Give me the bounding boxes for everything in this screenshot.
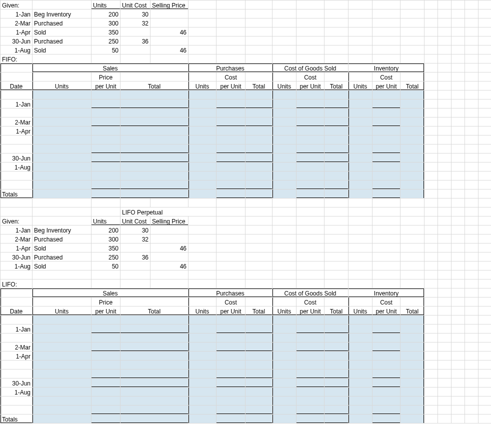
data-cell	[296, 154, 324, 162]
data-cell	[372, 352, 400, 360]
data-cell	[92, 342, 120, 352]
data-cell	[348, 324, 372, 334]
data-cell	[296, 100, 324, 108]
data-cell	[296, 396, 324, 406]
data-cell	[324, 144, 348, 154]
date-cell	[0, 180, 32, 190]
data-cell	[120, 136, 188, 144]
given-unit-cost: 32	[120, 234, 150, 244]
data-cell	[372, 90, 400, 100]
data-cell	[324, 154, 348, 162]
data-cell	[32, 388, 92, 396]
data-cell	[120, 352, 188, 360]
data-cell	[246, 126, 272, 136]
date-cell: 1-Aug	[0, 388, 32, 396]
data-cell	[372, 360, 400, 370]
data-cell	[272, 144, 296, 154]
sales-header: Sales	[32, 64, 188, 72]
data-cell	[296, 136, 324, 144]
data-cell	[400, 118, 424, 126]
data-cell	[92, 370, 120, 378]
given-desc: Purchased	[32, 234, 92, 244]
data-cell	[348, 316, 372, 324]
data-cell	[372, 100, 400, 108]
given-desc: Sold	[32, 262, 92, 270]
data-cell	[120, 154, 188, 162]
data-cell	[188, 126, 216, 136]
data-cell	[400, 172, 424, 180]
data-cell	[400, 162, 424, 172]
data-cell	[32, 144, 92, 154]
given-unit-cost	[120, 46, 150, 54]
date-cell: 1-Jan	[0, 100, 32, 108]
data-cell	[348, 378, 372, 388]
cogs-header: Cost of Goods Sold	[272, 288, 348, 298]
data-cell	[372, 388, 400, 396]
data-cell	[188, 118, 216, 126]
inventory-header: Inventory	[348, 64, 424, 72]
data-cell	[188, 342, 216, 352]
given-units: 200	[92, 10, 120, 18]
data-cell	[120, 118, 188, 126]
data-cell	[120, 334, 188, 342]
data-cell	[400, 180, 424, 190]
data-cell	[296, 334, 324, 342]
data-cell	[120, 396, 188, 406]
data-cell	[272, 108, 296, 118]
data-cell	[324, 90, 348, 100]
given-units: 350	[92, 28, 120, 36]
data-cell	[296, 180, 324, 190]
data-cell	[216, 100, 246, 108]
data-cell	[372, 396, 400, 406]
data-cell	[324, 406, 348, 414]
data-cell	[188, 180, 216, 190]
data-cell	[372, 108, 400, 118]
data-cell	[348, 406, 372, 414]
data-cell	[188, 108, 216, 118]
data-cell	[272, 396, 296, 406]
data-cell	[120, 144, 188, 154]
date-cell	[0, 172, 32, 180]
data-cell	[372, 316, 400, 324]
data-cell	[272, 316, 296, 324]
data-cell	[216, 172, 246, 180]
total-col: Total	[120, 82, 188, 90]
data-cell	[324, 108, 348, 118]
cost-label-1: Cost	[216, 298, 246, 306]
data-cell	[246, 154, 272, 162]
data-cell	[246, 118, 272, 126]
given-date: 1-Jan	[0, 10, 32, 18]
data-cell	[324, 100, 348, 108]
data-cell	[216, 136, 246, 144]
data-cell	[400, 108, 424, 118]
given-units: 200	[92, 226, 120, 234]
data-cell	[296, 162, 324, 172]
date-cell	[0, 334, 32, 342]
data-cell	[372, 118, 400, 126]
data-cell	[32, 100, 92, 108]
date-cell	[0, 144, 32, 154]
data-cell	[246, 180, 272, 190]
given-desc: Sold	[32, 46, 92, 54]
given-unit-cost: 32	[120, 18, 150, 28]
data-cell	[246, 144, 272, 154]
data-cell	[372, 324, 400, 334]
data-cell	[216, 396, 246, 406]
data-cell	[92, 126, 120, 136]
given-desc: Beg Inventory	[32, 226, 92, 234]
given-units: 50	[92, 46, 120, 54]
data-cell	[296, 118, 324, 126]
data-cell	[92, 396, 120, 406]
date-cell	[0, 360, 32, 370]
data-cell	[188, 370, 216, 378]
data-cell	[246, 406, 272, 414]
data-cell	[324, 360, 348, 370]
lifo-perpetual-label: LIFO Perpetual	[120, 208, 216, 216]
data-cell	[188, 162, 216, 172]
given-units: 300	[92, 234, 120, 244]
given-unit-cost: 30	[120, 226, 150, 234]
data-cell	[400, 334, 424, 342]
purchases-header: Purchases	[188, 288, 272, 298]
data-cell	[32, 334, 92, 342]
given-selling-price: 46	[150, 46, 188, 54]
